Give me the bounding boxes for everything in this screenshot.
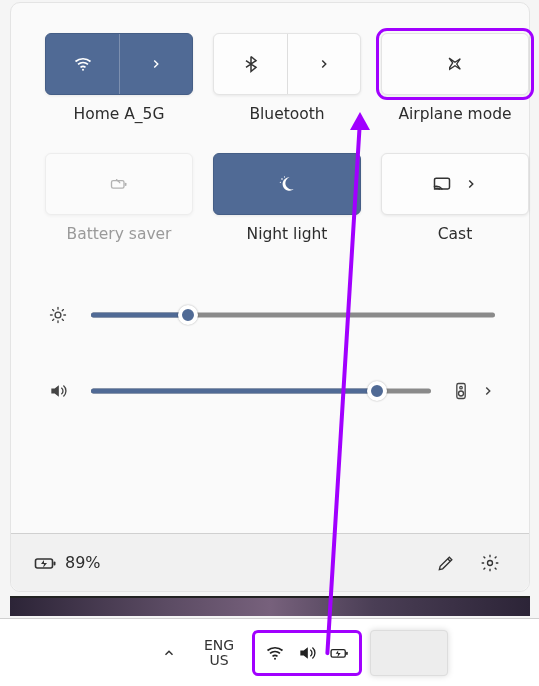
battery-charging-icon [329,643,349,663]
battery-saver-tile [45,153,193,215]
bluetooth-icon [241,54,261,74]
volume-row [45,381,495,401]
desktop-wallpaper-strip [10,596,530,616]
airplane-tile[interactable] [381,33,529,95]
svg-point-4 [284,176,285,177]
brightness-icon [45,305,71,325]
language-line2: US [210,653,229,668]
svg-point-14 [274,657,276,659]
battery-saver-tile-wrap: Battery saver [45,153,193,247]
wifi-label: Home A_5G [74,105,165,127]
language-indicator[interactable]: ENG US [194,631,244,675]
bluetooth-expand[interactable] [287,34,360,94]
cast-label: Cast [438,225,472,247]
brightness-row [45,305,495,325]
volume-slider[interactable] [91,381,431,401]
svg-rect-6 [435,178,450,189]
volume-icon [297,643,317,663]
battery-percent-text: 89% [65,553,101,572]
wifi-icon [265,643,285,663]
svg-point-5 [280,182,281,183]
wifi-toggle[interactable] [46,34,119,94]
svg-point-9 [460,386,463,389]
chevron-right-icon [481,384,495,398]
brightness-slider[interactable] [91,305,495,325]
annotation-arrow-head [350,112,370,130]
cast-icon [432,174,452,194]
audio-output-selector[interactable] [451,381,495,401]
svg-point-0 [82,69,84,71]
wifi-tile[interactable] [45,33,193,95]
night-light-label: Night light [247,225,328,247]
sliders-section [45,305,495,401]
wifi-tile-wrap: Home A_5G [45,33,193,127]
wifi-icon [73,54,93,74]
cast-tile[interactable] [381,153,529,215]
bluetooth-tile-wrap: Bluetooth [213,33,361,127]
quick-settings-grid-row2: Battery saver Night light Ca [45,153,495,247]
chevron-up-icon [162,646,176,660]
battery-charging-icon [33,551,57,575]
night-light-tile-wrap: Night light [213,153,361,247]
svg-point-7 [55,312,61,318]
bluetooth-label: Bluetooth [249,105,324,127]
quick-settings-grid: Home A_5G Bluetooth [45,33,495,127]
edit-quick-settings-button[interactable] [429,546,463,580]
svg-point-10 [459,391,464,396]
taskbar-preview-thumbnail[interactable] [370,630,448,676]
bluetooth-toggle[interactable] [214,34,287,94]
language-line1: ENG [204,638,234,653]
chevron-right-icon [317,57,331,71]
airplane-tile-wrap: Airplane mode [381,33,529,127]
volume-icon [45,381,71,401]
panel-footer: 89% [11,533,529,591]
svg-rect-2 [125,183,127,186]
night-light-tile[interactable] [213,153,361,215]
system-tray-quick-settings[interactable] [252,630,362,676]
svg-rect-12 [54,561,56,565]
pencil-icon [436,553,456,573]
svg-rect-1 [112,181,125,189]
svg-rect-16 [346,651,348,654]
svg-point-3 [281,178,283,180]
svg-point-13 [488,560,493,565]
quick-settings-panel: Home A_5G Bluetooth [10,2,530,592]
speaker-device-icon [451,381,471,401]
chevron-right-icon [149,57,163,71]
battery-saver-label: Battery saver [67,225,172,247]
chevron-right-icon [464,177,478,191]
night-light-icon [277,174,297,194]
battery-saver-icon [109,174,129,194]
airplane-label: Airplane mode [398,105,511,127]
taskbar: ENG US [0,618,539,686]
gear-icon [480,553,500,573]
cast-tile-wrap: Cast [381,153,529,247]
settings-button[interactable] [473,546,507,580]
airplane-icon [445,54,465,74]
wifi-expand[interactable] [119,34,192,94]
battery-status[interactable]: 89% [33,551,101,575]
bluetooth-tile[interactable] [213,33,361,95]
tray-expand-button[interactable] [152,631,186,675]
